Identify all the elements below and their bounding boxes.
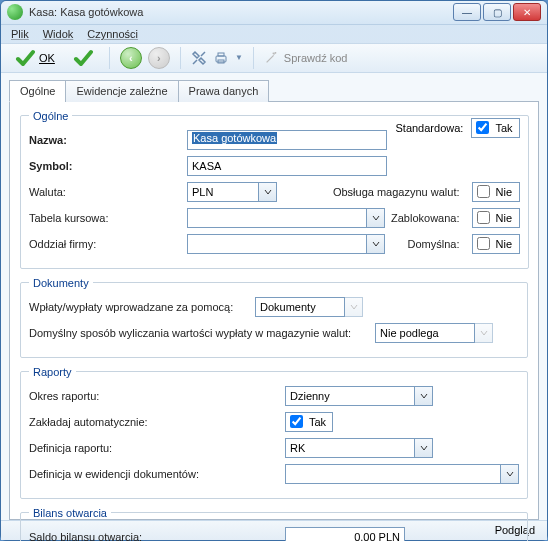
tabela-value bbox=[187, 208, 367, 228]
app-icon bbox=[7, 4, 23, 20]
toolbar: OK ‹ › ▼ Sprawdź kod bbox=[1, 43, 547, 72]
tab-row: Ogólne Ewidencje zależne Prawa danych bbox=[9, 79, 539, 102]
close-button[interactable]: ✕ bbox=[513, 3, 541, 21]
group-dokumenty: Dokumenty Wpłaty/wypłaty wprowadzane za … bbox=[20, 277, 528, 358]
window: Kasa: Kasa gotówkowa — ▢ ✕ Plik Widok Cz… bbox=[0, 0, 548, 541]
waluta-label: Waluta: bbox=[29, 186, 181, 198]
group-dokumenty-legend: Dokumenty bbox=[29, 277, 93, 289]
separator bbox=[109, 47, 110, 69]
domyslny-combo[interactable]: Nie podlega bbox=[375, 323, 493, 343]
okres-value: Dzienny bbox=[285, 386, 415, 406]
standardowa-value: Tak bbox=[495, 122, 512, 134]
apply-button[interactable] bbox=[67, 45, 99, 71]
domyslny-label: Domyślny sposób wyliczania wartości wypł… bbox=[29, 327, 369, 339]
domyslna-checkbox[interactable]: Nie bbox=[472, 234, 520, 254]
zakladaj-checkbox-input[interactable] bbox=[290, 415, 303, 428]
menubar: Plik Widok Czynności bbox=[1, 25, 547, 44]
chevron-down-icon[interactable] bbox=[501, 464, 519, 484]
standardowa-checkbox[interactable]: Tak bbox=[471, 118, 519, 138]
symbol-label: Symbol: bbox=[29, 160, 181, 172]
standardowa-label: Standardowa: bbox=[395, 122, 463, 134]
wand-icon bbox=[264, 51, 278, 65]
zablokowana-checkbox-input[interactable] bbox=[477, 211, 490, 224]
menu-plik[interactable]: Plik bbox=[11, 28, 29, 40]
separator bbox=[253, 47, 254, 69]
domyslna-label: Domyślna: bbox=[408, 238, 460, 250]
nav-forward-button[interactable]: › bbox=[148, 47, 170, 69]
obsluga-label: Obsługa magazynu walut: bbox=[333, 186, 460, 198]
print-icon[interactable] bbox=[213, 50, 229, 66]
tab-ewidencje[interactable]: Ewidencje zależne bbox=[65, 80, 178, 102]
zakladaj-label: Zakładaj automatycznie: bbox=[29, 416, 279, 428]
waluta-combo[interactable]: PLN bbox=[187, 182, 277, 202]
chevron-down-icon[interactable] bbox=[259, 182, 277, 202]
chevron-down-icon[interactable] bbox=[475, 323, 493, 343]
chevron-down-icon[interactable] bbox=[415, 438, 433, 458]
ok-button[interactable]: OK bbox=[9, 45, 61, 71]
zakladaj-checkbox[interactable]: Tak bbox=[285, 412, 333, 432]
zablokowana-label: Zablokowana: bbox=[391, 212, 460, 224]
chevron-down-icon[interactable] bbox=[415, 386, 433, 406]
saldo-label: Saldo bilansu otwarcia: bbox=[29, 531, 279, 541]
wplaty-label: Wpłaty/wypłaty wprowadzane za pomocą: bbox=[29, 301, 249, 313]
tabela-combo[interactable] bbox=[187, 208, 385, 228]
minimize-button[interactable]: — bbox=[453, 3, 481, 21]
okres-combo[interactable]: Dzienny bbox=[285, 386, 433, 406]
standardowa-checkbox-input[interactable] bbox=[476, 121, 489, 134]
menu-czynnosci[interactable]: Czynności bbox=[87, 28, 138, 40]
titlebar[interactable]: Kasa: Kasa gotówkowa — ▢ ✕ bbox=[1, 1, 547, 25]
defrap-combo[interactable]: RK bbox=[285, 438, 433, 458]
sprawdz-kod-button[interactable]: Sprawdź kod bbox=[264, 51, 348, 65]
zablokowana-checkbox[interactable]: Nie bbox=[472, 208, 520, 228]
nazwa-value: Kasa gotówkowa bbox=[192, 132, 277, 144]
group-raporty-legend: Raporty bbox=[29, 366, 76, 378]
domyslny-value: Nie podlega bbox=[375, 323, 475, 343]
obsluga-checkbox[interactable]: Nie bbox=[472, 182, 520, 202]
nazwa-label: Nazwa: bbox=[29, 134, 181, 146]
check-icon bbox=[73, 48, 93, 68]
dropdown-caret-icon[interactable]: ▼ bbox=[235, 53, 243, 62]
defew-combo[interactable] bbox=[285, 464, 519, 484]
separator bbox=[180, 47, 181, 69]
tab-ogolne[interactable]: Ogólne bbox=[9, 80, 66, 102]
oddzial-value bbox=[187, 234, 367, 254]
group-bilans-legend: Bilans otwarcia bbox=[29, 507, 111, 519]
group-ogolne-legend: Ogólne bbox=[29, 110, 72, 122]
wplaty-value: Dokumenty bbox=[255, 297, 345, 317]
oddzial-combo[interactable] bbox=[187, 234, 385, 254]
obsluga-value: Nie bbox=[496, 186, 513, 198]
domyslna-value: Nie bbox=[496, 238, 513, 250]
tab-prawa[interactable]: Prawa danych bbox=[178, 80, 270, 102]
maximize-button[interactable]: ▢ bbox=[483, 3, 511, 21]
waluta-value: PLN bbox=[187, 182, 259, 202]
check-icon bbox=[15, 48, 35, 68]
chevron-down-icon[interactable] bbox=[367, 208, 385, 228]
tools-icon[interactable] bbox=[191, 50, 207, 66]
menu-widok[interactable]: Widok bbox=[43, 28, 74, 40]
sprawdz-label: Sprawdź kod bbox=[284, 52, 348, 64]
content: Ogólne Ewidencje zależne Prawa danych Og… bbox=[1, 73, 547, 520]
group-raporty: Raporty Okres raportu: Dzienny Zakładaj … bbox=[20, 366, 528, 499]
zablokowana-value: Nie bbox=[496, 212, 513, 224]
chevron-down-icon[interactable] bbox=[367, 234, 385, 254]
defrap-value: RK bbox=[285, 438, 415, 458]
window-title: Kasa: Kasa gotówkowa bbox=[29, 6, 453, 18]
nazwa-input[interactable]: Kasa gotówkowa bbox=[187, 130, 387, 150]
defew-label: Definicja w ewidencji dokumentów: bbox=[29, 468, 279, 480]
defrap-label: Definicja raportu: bbox=[29, 442, 279, 454]
wplaty-combo[interactable]: Dokumenty bbox=[255, 297, 363, 317]
ok-label: OK bbox=[39, 52, 55, 64]
saldo-input[interactable] bbox=[285, 527, 405, 541]
tabela-label: Tabela kursowa: bbox=[29, 212, 181, 224]
obsluga-checkbox-input[interactable] bbox=[477, 185, 490, 198]
group-ogolne: Ogólne Standardowa: Tak Nazwa: Kasa gotó… bbox=[20, 110, 529, 269]
domyslna-checkbox-input[interactable] bbox=[477, 237, 490, 250]
group-bilans: Bilans otwarcia Saldo bilansu otwarcia: bbox=[20, 507, 528, 541]
nav-back-button[interactable]: ‹ bbox=[120, 47, 142, 69]
zakladaj-value: Tak bbox=[309, 416, 326, 428]
oddzial-label: Oddział firmy: bbox=[29, 238, 181, 250]
panel-ogolne: Ogólne Standardowa: Tak Nazwa: Kasa gotó… bbox=[9, 102, 539, 520]
defew-value bbox=[285, 464, 501, 484]
symbol-input[interactable] bbox=[187, 156, 387, 176]
chevron-down-icon[interactable] bbox=[345, 297, 363, 317]
